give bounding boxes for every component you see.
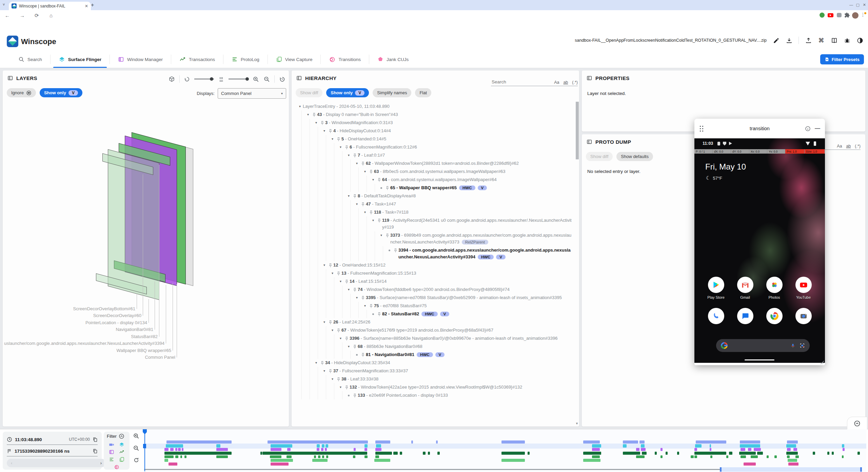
timeline-block-screen-recording[interactable] bbox=[583, 440, 600, 444]
timeline-block-transactions[interactable] bbox=[655, 452, 657, 455]
timeline-block-window-manager[interactable] bbox=[754, 448, 761, 451]
timeline-block-window-manager[interactable] bbox=[182, 448, 183, 451]
nav-tab-protolog[interactable]: ProtoLog bbox=[223, 51, 268, 68]
timeline-block-surface-flinger[interactable] bbox=[710, 444, 711, 448]
expand-arrow-icon[interactable]: ▾ bbox=[321, 262, 327, 269]
tree-node[interactable]: ▾75 - ed70f88 StatusBar#75 bbox=[294, 302, 575, 310]
tree-node[interactable]: ▾3396 - Surface(name=885b63e NavigationB… bbox=[294, 334, 575, 342]
tab-close-icon[interactable]: ✕ bbox=[85, 4, 88, 8]
documentation-book-icon[interactable] bbox=[831, 37, 837, 44]
timeline-block-transactions[interactable] bbox=[729, 452, 732, 455]
timeline-block-protolog[interactable] bbox=[751, 455, 758, 458]
pin-icon[interactable] bbox=[368, 302, 374, 309]
expand-arrow-icon[interactable]: ▾ bbox=[354, 160, 360, 167]
timeline-block-window-manager[interactable] bbox=[170, 448, 174, 451]
tree-node[interactable]: ▾4 - HideDisplayCutout:0:14#4 bbox=[294, 127, 575, 135]
expand-arrow-icon[interactable]: ▾ bbox=[346, 343, 352, 350]
match-case-icon[interactable]: Aa bbox=[837, 144, 842, 149]
timeline-block-protolog[interactable] bbox=[795, 455, 799, 458]
timeline-block-protolog[interactable] bbox=[287, 455, 292, 458]
timeline-block-surface-flinger[interactable] bbox=[322, 444, 325, 448]
timeline-block-view-capture[interactable] bbox=[501, 459, 525, 462]
timeline-block-window-manager[interactable] bbox=[354, 448, 356, 451]
3d-view-icon[interactable] bbox=[169, 76, 175, 82]
timeline-block-protolog[interactable] bbox=[184, 455, 186, 458]
timeline-block-screen-recording[interactable] bbox=[639, 440, 645, 444]
tree-node[interactable]: ▾LayerTraceEntry - 2024-05-10, 11:03:48.… bbox=[294, 102, 575, 111]
timeline-block-transitions[interactable] bbox=[744, 463, 756, 466]
timeline-block-surface-flinger[interactable] bbox=[592, 444, 601, 448]
transition-window-header[interactable]: transition — bbox=[694, 119, 825, 138]
timeline-block-view-capture[interactable] bbox=[312, 459, 328, 462]
nav-tab-jank-cujs[interactable]: Jank CUJs bbox=[369, 51, 417, 68]
tree-node[interactable]: ▾74 - WindowToken{fdddbe6 type=2000 andr… bbox=[294, 286, 575, 294]
timeline-block-protolog[interactable] bbox=[691, 455, 694, 458]
pin-icon[interactable] bbox=[311, 111, 317, 118]
timeline-block-protolog[interactable] bbox=[375, 455, 379, 458]
nav-tab-transactions[interactable]: Transactions bbox=[171, 51, 223, 68]
timeline-block-transactions[interactable] bbox=[739, 452, 756, 455]
profile-avatar[interactable] bbox=[852, 12, 859, 19]
tree-node[interactable]: 65 - Wallpaper BBQ wrapper#65HWCV bbox=[294, 184, 575, 192]
tree-node[interactable]: ▾7 - Leaf:0:1#7 bbox=[294, 151, 575, 159]
timeline-block-transactions[interactable] bbox=[813, 452, 815, 455]
timeline-zoom-in-icon[interactable] bbox=[133, 433, 139, 439]
timeline-block-protolog[interactable] bbox=[774, 455, 776, 458]
pin-icon[interactable] bbox=[376, 311, 382, 317]
timeline-block-protolog[interactable] bbox=[314, 455, 316, 458]
timeline-block-transactions[interactable] bbox=[423, 452, 425, 455]
expand-arrow-icon[interactable]: ▾ bbox=[370, 176, 376, 183]
timeline-block-transactions[interactable] bbox=[786, 452, 798, 455]
expand-arrow-icon[interactable]: ▾ bbox=[297, 103, 303, 110]
timeline-block-protolog[interactable] bbox=[216, 455, 228, 458]
tree-node[interactable]: 133 - e20e69f PointerLocation - display … bbox=[294, 391, 575, 399]
timeline-block-view-capture[interactable] bbox=[271, 459, 293, 462]
timeline-block-screen-recording[interactable] bbox=[375, 440, 391, 444]
tree-node[interactable]: 3394 - com.google.android.apps.nexuslaun… bbox=[294, 246, 575, 261]
timeline-block-transactions[interactable] bbox=[642, 452, 647, 455]
timeline-block-protolog[interactable] bbox=[592, 455, 600, 458]
tree-node[interactable]: ▾68 - 885b63e NavigationBar0#68 bbox=[294, 342, 575, 351]
timeline-block-transactions[interactable] bbox=[623, 452, 640, 455]
timeline-block-protolog[interactable] bbox=[710, 455, 712, 458]
tree-node[interactable]: 82 - StatusBar#82HWCV bbox=[294, 310, 575, 318]
timeline-block-transactions[interactable] bbox=[260, 452, 262, 455]
regex-icon[interactable]: (.*) bbox=[855, 144, 861, 149]
timeline-block-window-manager[interactable] bbox=[592, 448, 600, 451]
expand-arrow-icon[interactable]: ▾ bbox=[338, 384, 343, 391]
download-icon[interactable] bbox=[786, 37, 792, 44]
regex-icon[interactable]: (.*) bbox=[572, 80, 578, 85]
next-entry-icon[interactable]: › bbox=[100, 460, 102, 466]
minimize-window-icon[interactable]: — bbox=[815, 125, 820, 132]
app-icon-playstore[interactable]: Play Store bbox=[706, 277, 727, 299]
timeline-block-transactions[interactable] bbox=[583, 452, 601, 455]
app-icon-chrome[interactable] bbox=[764, 308, 785, 324]
filter-window-manager-icon[interactable] bbox=[109, 449, 114, 455]
timeline-block-protolog[interactable] bbox=[322, 455, 324, 458]
zoom-out-icon[interactable] bbox=[263, 76, 270, 82]
pin-icon[interactable] bbox=[376, 217, 382, 224]
match-word-icon[interactable]: ab bbox=[846, 144, 851, 149]
timeline-block-transactions[interactable] bbox=[262, 452, 367, 455]
timeline-block-surface-flinger[interactable] bbox=[695, 444, 702, 448]
pin-icon[interactable] bbox=[343, 384, 350, 391]
timeline-block-screen-recording[interactable] bbox=[501, 440, 525, 444]
edit-icon[interactable] bbox=[773, 37, 780, 44]
timeline-block-window-manager[interactable] bbox=[287, 448, 291, 451]
expand-arrow-icon[interactable]: ▾ bbox=[346, 286, 352, 293]
collapse-filter-icon[interactable] bbox=[119, 433, 124, 439]
pin-icon[interactable] bbox=[343, 335, 350, 342]
tree-node[interactable]: ▾64 - com.android.systemui.wallpapers.Im… bbox=[294, 176, 575, 184]
browser-tab[interactable]: Winscope | sandbox-FAIL ✕ bbox=[9, 2, 91, 10]
timeline-block-transactions[interactable] bbox=[694, 452, 726, 455]
timeline-block-transitions[interactable] bbox=[271, 463, 289, 466]
filter-transactions-icon[interactable] bbox=[119, 449, 124, 455]
timeline-block-view-capture[interactable] bbox=[583, 459, 600, 462]
pin-icon[interactable] bbox=[335, 376, 341, 382]
expand-arrow-icon[interactable]: ▾ bbox=[338, 278, 343, 285]
rotation-slider[interactable] bbox=[194, 79, 214, 79]
show-only-chip[interactable]: Show only V bbox=[326, 88, 369, 97]
pin-icon[interactable] bbox=[327, 262, 333, 269]
range-handle-left[interactable] bbox=[720, 467, 722, 472]
upload-icon[interactable] bbox=[805, 37, 812, 44]
